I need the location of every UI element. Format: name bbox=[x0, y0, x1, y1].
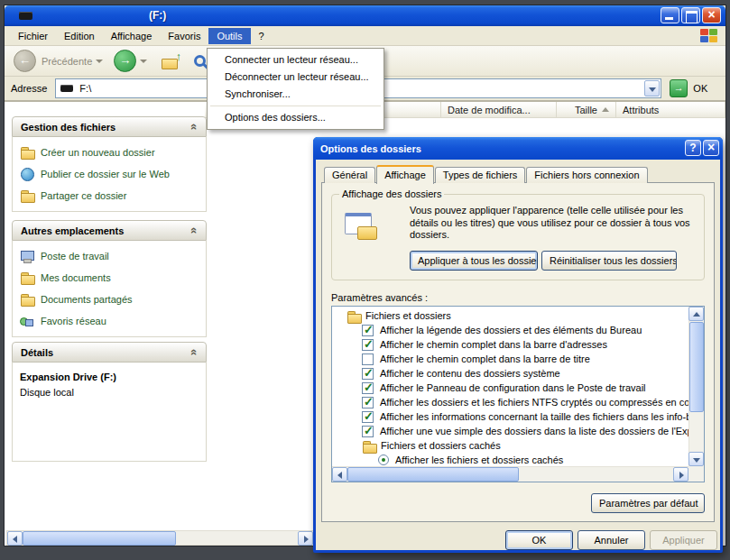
window-controls bbox=[661, 7, 721, 23]
ok-button[interactable]: OK bbox=[505, 530, 573, 550]
menu-affichage[interactable]: Affichage bbox=[103, 28, 161, 44]
list-checkbox-row[interactable]: Afficher le chemin complet dans la barre… bbox=[332, 337, 688, 352]
window-titlebar[interactable]: (F:) bbox=[5, 5, 725, 26]
column-attributes[interactable]: Attributs bbox=[616, 102, 725, 118]
forward-button[interactable] bbox=[114, 50, 136, 72]
list-group-row[interactable]: Fichiers et dossiers bbox=[332, 308, 688, 323]
close-button[interactable] bbox=[702, 7, 721, 23]
address-value: F:\ bbox=[79, 83, 91, 94]
forward-dropdown-icon[interactable] bbox=[140, 60, 147, 63]
list-vertical-scrollbar[interactable] bbox=[688, 307, 704, 466]
pane-body: Expansion Drive (F:) Disque local bbox=[12, 363, 207, 462]
checkbox[interactable] bbox=[362, 382, 374, 394]
list-checkbox-row[interactable]: Afficher la légende des dossiers et des … bbox=[332, 323, 688, 337]
address-dropdown-button[interactable] bbox=[644, 80, 660, 96]
dialog-close-button[interactable] bbox=[703, 140, 719, 156]
help-button[interactable] bbox=[685, 140, 701, 156]
menu-separator bbox=[210, 106, 381, 106]
pane-header[interactable]: Détails « bbox=[12, 342, 207, 363]
scroll-right-button[interactable] bbox=[673, 467, 688, 482]
group-legend: Affichage des dossiers bbox=[339, 188, 444, 199]
tools-menu-popup: Connecter un lecteur réseau... Déconnect… bbox=[207, 48, 384, 130]
dialog-tabs: Général Affichage Types de fichiers Fich… bbox=[324, 164, 649, 183]
scroll-down-button[interactable] bbox=[688, 452, 704, 466]
list-checkbox-row[interactable]: Afficher les dossiers et les fichiers NT… bbox=[332, 395, 688, 409]
place-my-documents[interactable]: Mes documents bbox=[20, 271, 199, 284]
scroll-left-button[interactable] bbox=[332, 467, 347, 482]
tab-general[interactable]: Général bbox=[324, 167, 375, 183]
tab-offline-files[interactable]: Fichiers hors connexion bbox=[526, 167, 647, 183]
place-shared-documents[interactable]: Documents partagés bbox=[20, 293, 199, 306]
menu-item-synchronize[interactable]: Synchroniser... bbox=[208, 86, 383, 103]
maximize-button[interactable] bbox=[681, 7, 700, 23]
task-create-folder[interactable]: Créer un nouveau dossier bbox=[20, 146, 199, 159]
apply-button[interactable]: Appliquer bbox=[650, 530, 717, 550]
checkbox[interactable] bbox=[362, 411, 374, 423]
collapse-chevron-icon[interactable]: « bbox=[188, 227, 201, 234]
window-horizontal-scrollbar[interactable] bbox=[6, 530, 314, 546]
cancel-button[interactable]: Annuler bbox=[578, 530, 645, 550]
collapse-chevron-icon[interactable]: « bbox=[188, 124, 201, 130]
folder-icon bbox=[362, 440, 376, 452]
computer-icon bbox=[20, 250, 34, 262]
tab-file-types[interactable]: Types de fichiers bbox=[435, 167, 526, 183]
advanced-settings-list[interactable]: Fichiers et dossiers Afficher la légende… bbox=[331, 306, 705, 482]
list-checkbox-row[interactable]: Afficher le Panneau de configuration dan… bbox=[332, 381, 688, 395]
up-folder-button[interactable] bbox=[162, 54, 180, 69]
list-horizontal-scrollbar[interactable] bbox=[332, 466, 688, 482]
minimize-button[interactable] bbox=[661, 7, 679, 23]
dialog-title: Options des dossiers bbox=[320, 143, 421, 154]
menu-item-disconnect-drive[interactable]: Déconnecter un lecteur réseau... bbox=[208, 69, 383, 86]
list-checkbox-row[interactable]: Afficher le contenu des dossiers système bbox=[332, 366, 688, 381]
folder-icon bbox=[347, 310, 361, 322]
dialog-titlebar[interactable]: Options des dossiers bbox=[313, 137, 723, 160]
column-size[interactable]: Taille bbox=[557, 102, 616, 118]
apply-to-all-folders-button[interactable]: Appliquer à tous les dossiers bbox=[410, 251, 538, 271]
menu-aide[interactable]: ? bbox=[251, 28, 273, 44]
scrollbar-thumb[interactable] bbox=[347, 467, 519, 482]
list-checkbox-row[interactable]: Afficher une vue simple des dossiers dan… bbox=[332, 424, 688, 438]
pane-details: Détails « Expansion Drive (F:) Disque lo… bbox=[12, 342, 207, 462]
checkbox[interactable] bbox=[362, 339, 374, 351]
list-group-row[interactable]: Fichiers et dossiers cachés bbox=[332, 438, 688, 453]
scrollbar-thumb[interactable] bbox=[689, 322, 704, 412]
restore-defaults-button[interactable]: Paramètres par défaut bbox=[591, 493, 705, 513]
menu-item-folder-options[interactable]: Options des dossiers... bbox=[208, 109, 383, 126]
checkbox[interactable] bbox=[362, 426, 374, 437]
folder-views-group: Affichage des dossiers Vous pouvez appli… bbox=[331, 194, 705, 280]
checkbox[interactable] bbox=[362, 397, 374, 409]
menu-favoris[interactable]: Favoris bbox=[160, 28, 208, 44]
task-publish-web[interactable]: Publier ce dossier sur le Web bbox=[20, 168, 199, 180]
back-button[interactable] bbox=[14, 50, 36, 72]
place-network[interactable]: Favoris réseau bbox=[20, 315, 199, 327]
back-dropdown-icon[interactable] bbox=[96, 60, 103, 63]
checkbox[interactable] bbox=[362, 353, 374, 365]
pane-header[interactable]: Autres emplacements « bbox=[12, 220, 207, 241]
checkbox[interactable] bbox=[362, 368, 374, 380]
reset-all-folders-button[interactable]: Réinitialiser tous les dossiers bbox=[541, 251, 677, 271]
tab-affichage[interactable]: Affichage bbox=[376, 165, 434, 184]
pane-header[interactable]: Gestion des fichiers « bbox=[12, 116, 207, 137]
scroll-right-button[interactable] bbox=[298, 531, 313, 546]
scroll-left-button[interactable] bbox=[7, 531, 23, 546]
scroll-up-button[interactable] bbox=[688, 307, 704, 321]
search-icon[interactable] bbox=[194, 55, 206, 67]
menu-item-map-drive[interactable]: Connecter un lecteur réseau... bbox=[208, 51, 383, 69]
place-my-computer[interactable]: Poste de travail bbox=[20, 250, 199, 262]
menu-outils[interactable]: Outils bbox=[208, 28, 250, 44]
collapse-chevron-icon[interactable]: « bbox=[188, 349, 201, 355]
list-radio-row[interactable]: Afficher les fichiers et dossiers cachés bbox=[332, 453, 688, 466]
column-date[interactable]: Date de modifica... bbox=[441, 102, 557, 118]
details-drive-name: Expansion Drive (F:) bbox=[20, 372, 199, 382]
checkbox[interactable] bbox=[362, 325, 374, 336]
list-checkbox-row[interactable]: Afficher le chemin complet dans la barre… bbox=[332, 352, 688, 366]
task-share-folder[interactable]: Partager ce dossier bbox=[20, 189, 199, 202]
scrollbar-thumb[interactable] bbox=[23, 531, 176, 546]
list-checkbox-row[interactable]: Afficher les informations concernant la … bbox=[332, 409, 688, 424]
network-icon bbox=[20, 315, 34, 327]
go-button[interactable]: OK bbox=[670, 79, 707, 97]
radio-button[interactable] bbox=[378, 454, 389, 465]
menu-edition[interactable]: Edition bbox=[56, 28, 103, 44]
folder-views-icon bbox=[345, 213, 379, 242]
menu-fichier[interactable]: Fichier bbox=[10, 28, 56, 44]
